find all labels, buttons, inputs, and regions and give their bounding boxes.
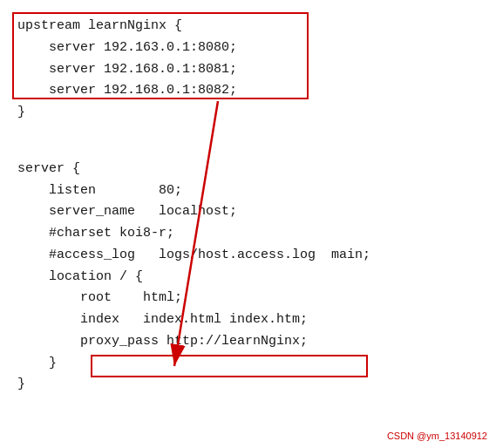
code-line: index index.html index.htm; bbox=[17, 309, 479, 331]
code-line: upstream learnNginx { bbox=[17, 16, 479, 37]
code-line: server_name localhost; bbox=[17, 201, 479, 223]
code-line: server { bbox=[17, 159, 479, 180]
code-line: proxy_pass http://learnNginx; bbox=[17, 331, 479, 353]
code-line: } bbox=[17, 374, 479, 396]
watermark: CSDN @ym_13140912 bbox=[387, 431, 487, 441]
code-line: server 192.163.0.1:8080; bbox=[17, 37, 479, 59]
code-line: location / { bbox=[17, 267, 479, 288]
code-line: listen 80; bbox=[17, 180, 479, 202]
code-line: } bbox=[17, 353, 479, 375]
code-line: #charset koi8-r; bbox=[17, 223, 479, 245]
code-line: server 192.168.0.1:8082; bbox=[17, 80, 479, 102]
code-container: upstream learnNginx { server 192.163.0.1… bbox=[0, 0, 496, 411]
code-line: } bbox=[17, 102, 479, 124]
server-block: server { listen 80; server_name localhos… bbox=[17, 159, 479, 396]
upstream-block: upstream learnNginx { server 192.163.0.1… bbox=[17, 16, 479, 124]
code-line: server 192.168.0.1:8081; bbox=[17, 59, 479, 81]
code-line: #access_log logs/host.access.log main; bbox=[17, 245, 479, 267]
code-line: root html; bbox=[17, 288, 479, 309]
